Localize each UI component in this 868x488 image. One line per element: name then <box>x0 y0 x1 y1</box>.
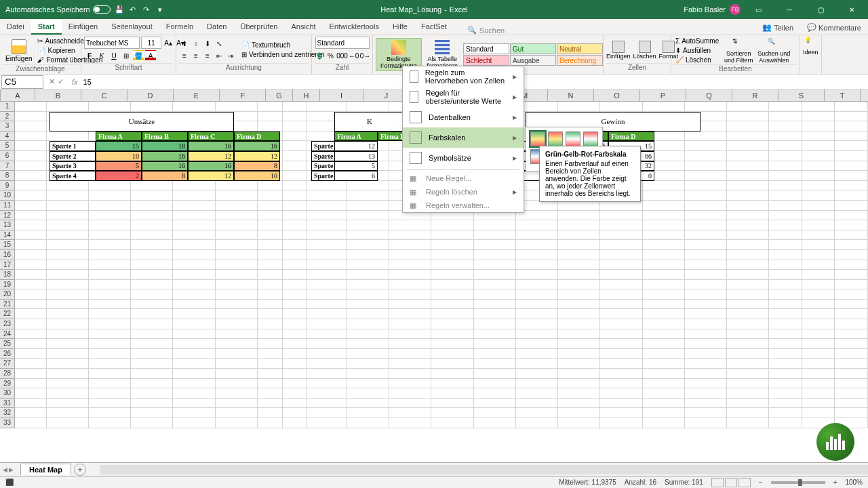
tab-start[interactable]: Start <box>31 20 62 35</box>
color-scale-ryg[interactable] <box>548 131 563 146</box>
row-header[interactable]: 5 <box>0 141 14 151</box>
row-header[interactable]: 20 <box>0 289 14 300</box>
undo-icon[interactable]: ↶ <box>128 5 138 14</box>
customize-qat-icon[interactable]: ▾ <box>155 5 165 14</box>
border-button[interactable]: ⊞ <box>121 50 132 61</box>
col-header[interactable]: B <box>35 89 81 101</box>
autosave-toggle[interactable]: Automatisches Speichern <box>5 5 111 14</box>
cf-menu-item[interactable]: Regeln für oberste/unterste Werte▶ <box>403 87 524 107</box>
row-header[interactable]: 15 <box>0 240 14 250</box>
normal-view-icon[interactable] <box>711 478 724 487</box>
tab-entwicklertools[interactable]: Entwicklertools <box>323 20 386 35</box>
autosum-button[interactable]: Σ AutoSumme <box>674 37 720 45</box>
record-macro-icon[interactable]: ⬛ <box>5 479 14 486</box>
tab-ansicht[interactable]: Ansicht <box>284 20 322 35</box>
row-header[interactable]: 31 <box>0 399 14 409</box>
row-header[interactable]: 16 <box>0 250 14 260</box>
color-scale-rwg[interactable] <box>583 131 598 146</box>
fill-button[interactable]: ⬇ Ausfüllen <box>674 46 720 55</box>
align-top-icon[interactable]: ⬆ <box>179 39 190 49</box>
row-header[interactable]: 18 <box>0 270 14 280</box>
row-header[interactable]: 8 <box>0 171 14 181</box>
page-layout-view-icon[interactable] <box>725 478 737 487</box>
indent-inc-icon[interactable]: ⇥ <box>225 51 236 62</box>
fx-icon[interactable]: fx <box>69 78 81 86</box>
row-header[interactable]: 3 <box>0 121 14 131</box>
ribbon-options-icon[interactable]: ▭ <box>745 0 772 19</box>
cf-menu-item[interactable]: Symbolsätze▶ <box>403 148 524 168</box>
row-header[interactable]: 6 <box>0 151 14 161</box>
indent-dec-icon[interactable]: ⇤ <box>214 51 224 62</box>
add-sheet-button[interactable]: + <box>74 464 86 476</box>
tab-daten[interactable]: Daten <box>200 20 233 35</box>
col-header[interactable]: N <box>548 89 594 101</box>
col-header[interactable]: C <box>81 89 127 101</box>
cell-style-berechnung[interactable]: Berechnung <box>557 55 603 66</box>
tab-seitenlayout[interactable]: Seitenlayout <box>104 20 159 35</box>
redo-icon[interactable]: ↷ <box>142 5 151 14</box>
zoom-level[interactable]: 100% <box>845 479 863 486</box>
font-color-button[interactable]: A <box>145 50 156 61</box>
fill-color-button[interactable]: 🪣 <box>133 50 144 61</box>
cell-style-gut[interactable]: Gut <box>510 43 556 54</box>
row-header[interactable]: 33 <box>0 418 14 428</box>
enter-formula-icon[interactable]: ✓ <box>58 77 64 86</box>
tab-factset[interactable]: FactSet <box>414 20 454 35</box>
col-header[interactable]: Q <box>686 89 732 101</box>
name-box[interactable] <box>1 75 43 89</box>
paste-button[interactable]: Einfügen <box>3 38 35 64</box>
row-header[interactable]: 19 <box>0 280 14 290</box>
col-header[interactable]: R <box>732 89 778 101</box>
color-scale-gwr[interactable] <box>566 131 580 146</box>
cell-style-ausgabe[interactable]: Ausgabe <box>510 55 556 66</box>
col-header[interactable]: U <box>861 89 868 101</box>
col-header[interactable]: P <box>640 89 686 101</box>
row-header[interactable]: 24 <box>0 329 14 340</box>
inc-decimal-icon[interactable]: ←0 <box>349 50 359 61</box>
ideas-button[interactable]: 💡Ideen <box>803 37 818 56</box>
percent-icon[interactable]: % <box>326 50 336 61</box>
font-name-select[interactable] <box>84 37 140 49</box>
sheet-tab[interactable]: Heat Map <box>20 464 71 475</box>
row-header[interactable]: 26 <box>0 349 14 359</box>
row-header[interactable]: 2 <box>0 112 14 122</box>
row-header[interactable]: 32 <box>0 408 14 418</box>
col-header[interactable]: A <box>1 89 35 101</box>
col-header[interactable]: G <box>266 89 293 101</box>
number-format-select[interactable] <box>315 37 370 49</box>
cell-style-neutral[interactable]: Neutral <box>557 43 603 54</box>
page-break-view-icon[interactable] <box>738 478 751 487</box>
col-header[interactable]: H <box>293 89 320 101</box>
row-header[interactable]: 22 <box>0 309 14 319</box>
cf-menu-item[interactable]: Regeln zum Hervorheben von Zellen▶ <box>403 66 524 87</box>
align-left-icon[interactable]: ≡ <box>179 51 190 62</box>
cell-style-schlecht[interactable]: Schlecht <box>463 55 509 66</box>
dec-decimal-icon[interactable]: 0→ <box>360 50 371 61</box>
minimize-icon[interactable]: ─ <box>776 0 803 19</box>
close-icon[interactable]: ✕ <box>838 0 865 19</box>
share-button[interactable]: 👥Teilen <box>755 20 800 35</box>
row-header[interactable]: 1 <box>0 102 14 112</box>
row-header[interactable]: 21 <box>0 300 14 310</box>
zoom-in-icon[interactable]: + <box>833 479 837 486</box>
col-header[interactable]: S <box>778 89 825 101</box>
tab-einfügen[interactable]: Einfügen <box>62 20 104 35</box>
search-box[interactable]: 🔍 Suchen <box>467 26 505 35</box>
col-header[interactable]: O <box>594 89 640 101</box>
prev-sheet-icon[interactable]: ◀ <box>3 466 7 473</box>
tab-formeln[interactable]: Formeln <box>159 20 200 35</box>
row-header[interactable]: 28 <box>0 369 14 379</box>
align-middle-icon[interactable]: ↕ <box>191 39 201 49</box>
tab-datei[interactable]: Datei <box>0 20 31 35</box>
horizontal-scrollbar[interactable] <box>100 465 868 474</box>
font-size-select[interactable] <box>141 37 161 49</box>
row-header[interactable]: 13 <box>0 220 14 230</box>
align-center-icon[interactable]: ≡ <box>191 51 201 62</box>
next-sheet-icon[interactable]: ▶ <box>9 466 14 473</box>
tab-überprüfen[interactable]: Überprüfen <box>233 20 284 35</box>
row-header[interactable]: 11 <box>0 201 14 211</box>
col-header[interactable]: I <box>320 89 363 101</box>
find-select-button[interactable]: 🔍Suchen und Auswählen <box>757 38 791 64</box>
row-header[interactable]: 4 <box>0 131 14 142</box>
col-header[interactable]: F <box>220 89 266 101</box>
